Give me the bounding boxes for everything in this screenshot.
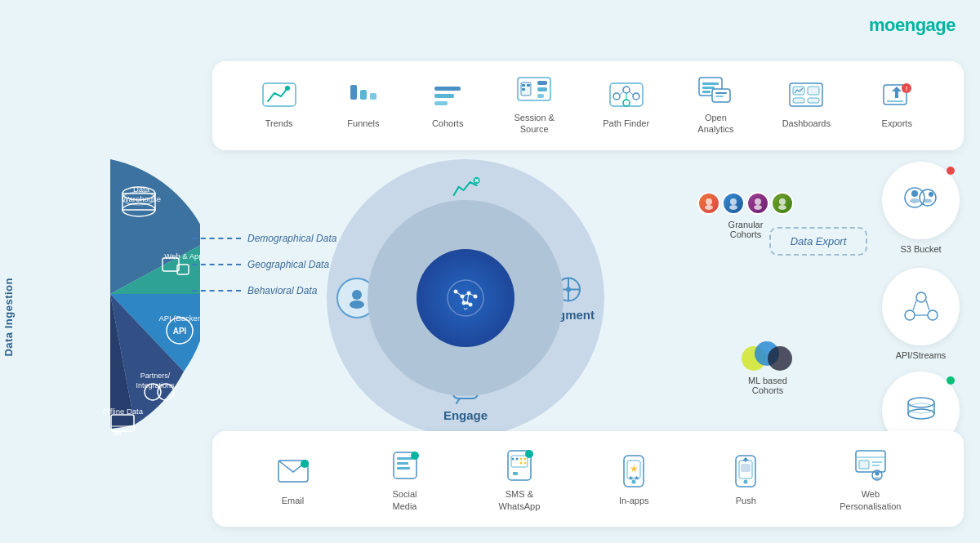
email-icon — [275, 452, 311, 488]
analytics-item-openanalytics[interactable]: OpenAnalytics — [697, 76, 733, 136]
api-streams-item[interactable]: API/Streams — [882, 268, 960, 360]
svg-text:Data: Data — [133, 185, 150, 194]
engage-item-webperson[interactable]: WebPersonalisation — [840, 446, 901, 512]
svg-point-94 — [778, 205, 786, 210]
inapps-icon: ★ ★★ — [616, 452, 652, 488]
outer-ring: Analyze Segment Engage — [327, 159, 604, 437]
inner-ring — [368, 200, 564, 396]
svg-point-66 — [566, 287, 571, 292]
svg-point-97 — [910, 198, 920, 203]
svg-point-19 — [633, 93, 639, 100]
svg-point-107 — [908, 398, 934, 407]
analytics-item-cohorts[interactable]: Cohorts — [430, 82, 466, 129]
s3-icon — [903, 185, 939, 217]
social-label: SocialMedia — [393, 488, 417, 512]
svg-rect-6 — [434, 94, 454, 98]
svg-rect-141 — [859, 461, 869, 469]
svg-point-20 — [623, 100, 630, 106]
dashboards-icon — [788, 82, 824, 111]
engage-item-sms[interactable]: SMS &WhatsApp — [499, 446, 541, 512]
sms-label: SMS &WhatsApp — [499, 488, 541, 512]
svg-rect-10 — [522, 84, 525, 87]
svg-text:API (Backend): API (Backend) — [158, 314, 200, 323]
svg-point-103 — [928, 310, 938, 320]
engage-item-social[interactable]: SocialMedia — [387, 446, 423, 512]
svg-point-146 — [874, 477, 880, 480]
engagement-toolbar: Email SocialMedia — [212, 431, 964, 527]
analytics-item-funnels[interactable]: Funnels — [345, 82, 381, 129]
engage-item-push[interactable]: Push — [728, 452, 764, 506]
svg-text:Integrations: Integrations — [136, 381, 175, 389]
svg-rect-30 — [715, 96, 724, 97]
dashboards-label: Dashboards — [782, 118, 831, 129]
trends-icon — [261, 82, 297, 111]
session-icon — [516, 76, 552, 105]
svg-rect-34 — [793, 98, 804, 103]
svg-point-90 — [729, 205, 737, 210]
dw-icon — [903, 394, 939, 427]
pathfinder-label: Path Finder — [603, 118, 649, 129]
ai-core — [416, 249, 514, 347]
analytics-item-dashboards[interactable]: Dashboards — [782, 82, 831, 129]
svg-text:API: API — [173, 327, 187, 336]
svg-text:Warehouse: Warehouse — [122, 194, 161, 203]
svg-rect-127 — [513, 472, 518, 475]
svg-point-73 — [448, 280, 483, 316]
svg-point-71 — [352, 290, 362, 300]
svg-point-1 — [285, 86, 290, 91]
svg-rect-120 — [511, 456, 528, 467]
svg-point-101 — [916, 292, 926, 302]
analytics-item-exports[interactable]: ! Exports — [879, 82, 915, 129]
engage-item-inapps[interactable]: ★ ★★ In-apps — [616, 452, 652, 506]
svg-text:Partners/: Partners/ — [140, 372, 171, 380]
email-label: Email — [282, 495, 305, 506]
svg-rect-11 — [522, 88, 525, 91]
svg-rect-116 — [397, 462, 408, 465]
svg-point-83 — [474, 295, 478, 299]
svg-rect-12 — [527, 84, 530, 87]
svg-point-86 — [466, 301, 469, 305]
engage-item-email[interactable]: Email — [275, 452, 311, 506]
webperson-icon — [853, 446, 889, 482]
analytics-item-session[interactable]: Session &Source — [514, 76, 555, 136]
trends-label: Trends — [265, 118, 293, 129]
data-ingestion-label: Data Ingestion — [2, 278, 16, 357]
svg-rect-5 — [434, 87, 461, 91]
engage-label: Engage — [443, 408, 488, 422]
svg-line-21 — [620, 91, 623, 95]
openanalytics-icon — [697, 76, 733, 105]
svg-point-128 — [525, 450, 533, 458]
session-label: Session &Source — [514, 112, 555, 136]
svg-point-96 — [911, 190, 918, 197]
analytics-item-pathfinder[interactable]: Path Finder — [603, 82, 649, 129]
analytics-toolbar: Trends Funnels Cohorts — [212, 61, 964, 150]
svg-point-123 — [519, 458, 522, 461]
svg-rect-15 — [537, 94, 544, 98]
svg-point-111 — [908, 403, 934, 413]
svg-point-85 — [469, 303, 473, 307]
inapps-label: In-apps — [619, 495, 649, 506]
svg-rect-4 — [370, 93, 376, 100]
svg-rect-115 — [397, 457, 413, 460]
svg-point-88 — [705, 205, 713, 210]
svg-point-110 — [908, 409, 934, 419]
svg-line-22 — [630, 91, 633, 95]
moengage-logo: moengage — [869, 15, 956, 36]
funnels-label: Funnels — [347, 118, 379, 129]
analytics-item-trends[interactable]: Trends — [261, 82, 297, 129]
svg-point-80 — [454, 290, 458, 294]
svg-point-98 — [920, 189, 936, 206]
svg-rect-51 — [114, 431, 121, 435]
svg-point-126 — [523, 462, 526, 465]
svg-line-105 — [926, 300, 929, 310]
analyze-icon — [451, 176, 480, 200]
svg-text:!: ! — [906, 85, 908, 92]
api-streams-icon — [903, 291, 939, 323]
social-icon — [387, 446, 423, 482]
svg-rect-137 — [741, 464, 751, 472]
center-diagram: Analyze Segment Engage — [310, 159, 621, 437]
ml-cohorts: ML basedCohorts — [742, 341, 794, 395]
svg-point-72 — [350, 300, 364, 309]
s3-bucket-item[interactable]: S3 Bucket — [882, 162, 960, 254]
svg-point-18 — [623, 87, 630, 93]
